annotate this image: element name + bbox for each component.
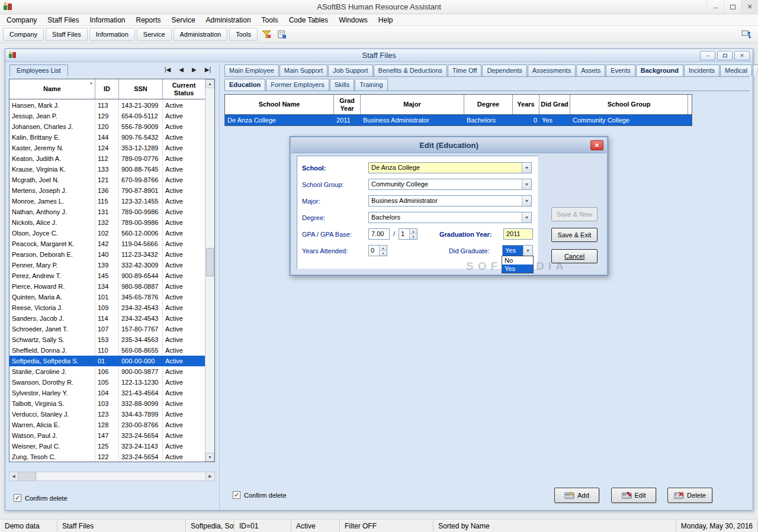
main-tab[interactable]: Assets bbox=[576, 65, 605, 76]
sub-tab[interactable]: Education bbox=[224, 79, 265, 91]
menu-item[interactable]: Staff Files bbox=[42, 15, 84, 25]
toolbar-button[interactable]: Service bbox=[137, 28, 172, 41]
child-close-icon[interactable]: ✕ bbox=[734, 51, 750, 60]
confirm-delete-checkbox[interactable]: ✓ bbox=[14, 494, 21, 502]
employee-row[interactable]: Jessup, Jean P. 129 654-09-5112 Active bbox=[9, 111, 205, 121]
chevron-down-icon[interactable]: ▼ bbox=[522, 196, 531, 206]
main-tab[interactable]: Main Support bbox=[280, 65, 327, 76]
employee-row[interactable]: Warren, Alicia E. 128 230-00-8766 Active bbox=[9, 420, 205, 430]
scroll-right-icon[interactable]: ▶ bbox=[205, 472, 214, 481]
main-tab[interactable]: Incidents bbox=[684, 65, 720, 76]
edu-col-did-grad[interactable]: Did Grad bbox=[539, 95, 570, 114]
did-graduate-combo[interactable]: Yes ▼ bbox=[502, 245, 533, 256]
menu-item[interactable]: Tools bbox=[256, 15, 284, 25]
employee-row[interactable]: Mcgrath, Joel N. 121 670-99-8766 Active bbox=[9, 175, 205, 185]
column-header-name[interactable]: Name ▲ bbox=[9, 79, 95, 99]
nav-last-icon[interactable]: ▶| bbox=[205, 66, 211, 73]
main-tab[interactable]: Events bbox=[606, 65, 635, 76]
spin-up-icon[interactable]: ▲ bbox=[410, 229, 417, 234]
gpa-base-stepper[interactable]: 1 ▲ ▼ bbox=[399, 228, 417, 240]
employee-row[interactable]: Kaster, Jeremy N. 124 353-12-1289 Active bbox=[9, 143, 205, 153]
employee-row[interactable]: Zung, Tesoh C. 122 323-24-5654 Active bbox=[9, 452, 205, 462]
menu-item[interactable]: Service bbox=[166, 15, 201, 25]
sub-tab[interactable]: Former Employers bbox=[266, 79, 329, 91]
hscrollbar-thumb[interactable] bbox=[18, 472, 36, 481]
menu-item[interactable]: Code Tables bbox=[284, 15, 334, 25]
column-header-status[interactable]: Current Status bbox=[163, 79, 205, 99]
employee-row[interactable]: Mertens, Joseph J. 136 790-87-8901 Activ… bbox=[9, 185, 205, 196]
employee-row[interactable]: Olson, Joyce C. 102 560-12-0006 Active bbox=[9, 228, 205, 238]
cancel-button[interactable]: Cancel bbox=[551, 249, 598, 263]
nav-prev-icon[interactable]: ◀ bbox=[179, 66, 184, 73]
confirm-delete-checkbox[interactable]: ✓ bbox=[233, 491, 240, 499]
menu-item[interactable]: Windows bbox=[333, 15, 373, 25]
sub-tab[interactable]: Training bbox=[355, 79, 387, 91]
main-tab[interactable]: Documents bbox=[753, 65, 758, 76]
edu-col-school-group[interactable]: School Group bbox=[570, 95, 688, 114]
employee-row[interactable]: Stanlie, Caroline J. 106 900-00-9877 Act… bbox=[9, 366, 205, 377]
add-button[interactable]: Add bbox=[554, 488, 599, 503]
close-icon[interactable]: ✕ bbox=[741, 0, 758, 14]
edu-col-years[interactable]: Years bbox=[513, 95, 539, 114]
menu-item[interactable]: Reports bbox=[131, 15, 166, 25]
horizontal-scrollbar[interactable]: ◀ ▶ bbox=[9, 472, 215, 481]
spin-down-icon[interactable]: ▼ bbox=[410, 234, 417, 239]
scrollbar-thumb[interactable] bbox=[206, 248, 214, 276]
edit-button[interactable]: Edit bbox=[611, 488, 656, 503]
employee-row[interactable]: Peacock, Margaret K. 142 119-04-5666 Act… bbox=[9, 238, 205, 249]
report-icon[interactable] bbox=[275, 28, 289, 41]
employee-row[interactable]: Kalin, Brittany E. 144 909-76-5432 Activ… bbox=[9, 132, 205, 143]
employee-row[interactable]: Swanson, Dorothy R. 105 122-13-1230 Acti… bbox=[9, 377, 205, 388]
maximize-icon[interactable] bbox=[724, 0, 741, 14]
toolbar-button[interactable]: Company bbox=[3, 28, 44, 41]
employee-row[interactable]: Reese, Victoria J. 109 234-32-4543 Activ… bbox=[9, 302, 205, 313]
child-restore-icon[interactable] bbox=[717, 51, 733, 60]
employee-row[interactable]: Sheffield, Donna J. 110 569-08-8655 Acti… bbox=[9, 345, 205, 356]
menu-item[interactable]: Information bbox=[85, 15, 131, 25]
gpa-field[interactable]: 7.00 bbox=[368, 228, 390, 240]
menu-item[interactable]: Administration bbox=[201, 15, 256, 25]
column-header-id[interactable]: ID bbox=[95, 79, 119, 99]
employee-row[interactable]: Watson, Paul J. 147 323-24-5654 Active bbox=[9, 430, 205, 441]
employee-row[interactable]: Softpedia, Softpedia S. 01 000-00-000 Ac… bbox=[9, 356, 205, 366]
chevron-down-icon[interactable]: ▼ bbox=[522, 212, 531, 223]
save-exit-button[interactable]: Save & Exit bbox=[551, 228, 598, 242]
employee-row[interactable]: Monroe, James L. 115 123-32-1455 Active bbox=[9, 196, 205, 207]
edu-col-grad-year[interactable]: Grad Year bbox=[334, 95, 361, 114]
employee-row[interactable]: Hansen, Mark J. 113 143-21-3099 Active bbox=[9, 100, 205, 111]
scroll-up-icon[interactable]: ▲ bbox=[205, 79, 214, 88]
tab-employees-list[interactable]: Employees List bbox=[9, 65, 68, 76]
edu-col-degree[interactable]: Degree bbox=[464, 95, 513, 114]
main-tab[interactable]: Dependents bbox=[482, 65, 526, 76]
main-tab[interactable]: Main Employee bbox=[224, 65, 279, 76]
employee-row[interactable]: Johansen, Charles J. 120 556-78-9009 Act… bbox=[9, 121, 205, 132]
main-tab[interactable]: Benefits & Deductions bbox=[374, 65, 447, 76]
employee-row[interactable]: Penner, Mary P. 139 332-42-3009 Active bbox=[9, 260, 205, 270]
dialog-close-icon[interactable]: ✕ bbox=[590, 140, 603, 150]
employee-row[interactable]: Sylvestor, Harley Y. 104 321-43-4564 Act… bbox=[9, 388, 205, 398]
employee-row[interactable]: Quinten, Maria A. 101 345-65-7876 Active bbox=[9, 292, 205, 302]
employee-row[interactable]: Keaton, Judith A. 112 789-09-0776 Active bbox=[9, 153, 205, 164]
main-tab[interactable]: Time Off bbox=[448, 65, 482, 76]
edu-col-school-name[interactable]: School Name bbox=[225, 95, 334, 114]
dropdown-option[interactable]: Yes bbox=[502, 265, 533, 273]
main-tab[interactable]: Assessments bbox=[528, 65, 576, 76]
major-combo[interactable]: Business Administrator ▼ bbox=[368, 195, 532, 207]
sub-tab[interactable]: Skills bbox=[330, 79, 355, 91]
employee-row[interactable]: Talbott, Virginia S. 103 332-88-9099 Act… bbox=[9, 398, 205, 409]
employee-row[interactable]: Schroeder, Janet T. 107 157-80-7767 Acti… bbox=[9, 324, 205, 334]
chevron-down-icon[interactable]: ▼ bbox=[522, 179, 531, 189]
school-group-combo[interactable]: Community College ▼ bbox=[368, 179, 532, 190]
school-combo[interactable]: De Anza College ▼ bbox=[368, 162, 532, 173]
menu-item[interactable]: Company bbox=[1, 15, 42, 25]
nav-next-icon[interactable]: ▶ bbox=[192, 66, 197, 73]
menu-item[interactable]: Help bbox=[373, 15, 399, 25]
toolbar-button[interactable]: Information bbox=[89, 28, 135, 41]
dropdown-option[interactable]: No bbox=[502, 256, 533, 265]
employee-row[interactable]: Pierce, Howard R. 134 980-98-0887 Active bbox=[9, 281, 205, 292]
employee-row[interactable]: Weisner, Paul C. 125 323-24-1143 Active bbox=[9, 441, 205, 452]
main-tab[interactable]: Background bbox=[636, 65, 683, 76]
toolbar-button[interactable]: Administration bbox=[174, 28, 228, 41]
toolbar-button[interactable]: Tools bbox=[229, 28, 258, 41]
spin-down-icon[interactable]: ▼ bbox=[380, 251, 387, 256]
